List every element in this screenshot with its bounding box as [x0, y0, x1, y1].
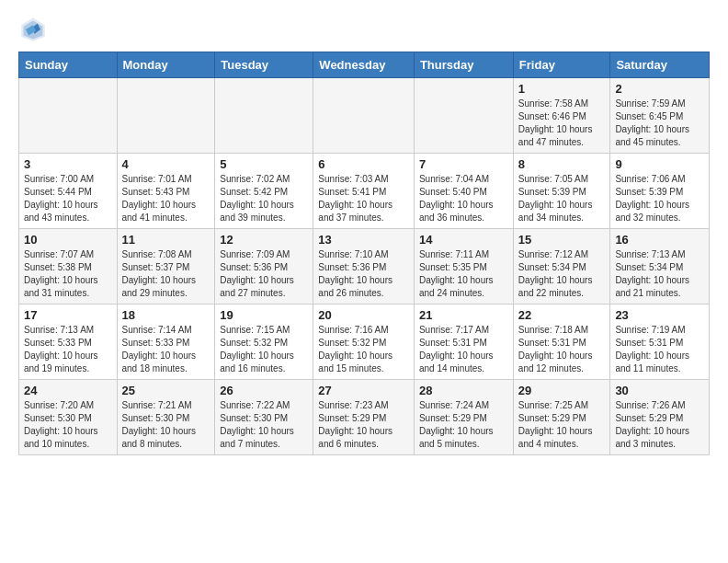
day-cell: 6 Sunrise: 7:03 AM Sunset: 5:41 PM Dayli… — [313, 154, 415, 229]
day-number: 4 — [122, 157, 210, 171]
day-info: Sunrise: 7:05 AM Sunset: 5:39 PM Dayligh… — [518, 173, 606, 224]
day-cell: 15 Sunrise: 7:12 AM Sunset: 5:34 PM Dayl… — [513, 229, 610, 304]
day-info: Sunrise: 7:08 AM Sunset: 5:37 PM Dayligh… — [122, 248, 210, 300]
day-info: Sunrise: 7:58 AM Sunset: 6:46 PM Dayligh… — [518, 98, 606, 149]
col-header-monday: Monday — [117, 52, 215, 78]
day-cell — [117, 78, 215, 154]
day-cell: 20 Sunrise: 7:16 AM Sunset: 5:32 PM Dayl… — [313, 304, 415, 380]
day-cell: 4 Sunrise: 7:01 AM Sunset: 5:43 PM Dayli… — [117, 154, 215, 229]
day-info: Sunrise: 7:24 AM Sunset: 5:29 PM Dayligh… — [419, 399, 508, 451]
day-cell: 28 Sunrise: 7:24 AM Sunset: 5:29 PM Dayl… — [414, 380, 513, 455]
day-cell: 23 Sunrise: 7:19 AM Sunset: 5:31 PM Dayl… — [610, 304, 710, 380]
day-info: Sunrise: 7:25 AM Sunset: 5:29 PM Dayligh… — [518, 399, 606, 451]
day-cell: 9 Sunrise: 7:06 AM Sunset: 5:39 PM Dayli… — [610, 154, 710, 229]
day-info: Sunrise: 7:04 AM Sunset: 5:40 PM Dayligh… — [419, 173, 508, 224]
page: SundayMondayTuesdayWednesdayThursdayFrid… — [0, 0, 728, 470]
day-number: 30 — [615, 384, 704, 397]
day-cell: 16 Sunrise: 7:13 AM Sunset: 5:34 PM Dayl… — [610, 229, 710, 304]
day-cell: 13 Sunrise: 7:10 AM Sunset: 5:36 PM Dayl… — [313, 229, 415, 304]
day-number: 14 — [419, 233, 508, 247]
logo — [18, 15, 51, 44]
day-number: 26 — [220, 384, 308, 397]
col-header-wednesday: Wednesday — [313, 52, 415, 78]
week-row-4: 17 Sunrise: 7:13 AM Sunset: 5:33 PM Dayl… — [19, 304, 710, 380]
header-row-days: SundayMondayTuesdayWednesdayThursdayFrid… — [19, 52, 710, 78]
day-cell: 2 Sunrise: 7:59 AM Sunset: 6:45 PM Dayli… — [610, 78, 710, 154]
day-info: Sunrise: 7:21 AM Sunset: 5:30 PM Dayligh… — [122, 399, 210, 451]
day-cell — [19, 78, 118, 154]
day-cell: 27 Sunrise: 7:23 AM Sunset: 5:29 PM Dayl… — [313, 380, 415, 455]
day-cell: 26 Sunrise: 7:22 AM Sunset: 5:30 PM Dayl… — [215, 380, 313, 455]
day-number: 22 — [518, 308, 606, 322]
week-row-2: 3 Sunrise: 7:00 AM Sunset: 5:44 PM Dayli… — [19, 154, 710, 229]
day-number: 21 — [419, 308, 508, 322]
day-number: 11 — [122, 233, 210, 247]
col-header-saturday: Saturday — [610, 52, 710, 78]
day-cell: 25 Sunrise: 7:21 AM Sunset: 5:30 PM Dayl… — [117, 380, 215, 455]
day-number: 27 — [318, 384, 409, 397]
day-cell: 29 Sunrise: 7:25 AM Sunset: 5:29 PM Dayl… — [513, 380, 610, 455]
week-row-3: 10 Sunrise: 7:07 AM Sunset: 5:38 PM Dayl… — [19, 229, 710, 304]
day-info: Sunrise: 7:18 AM Sunset: 5:31 PM Dayligh… — [518, 324, 606, 375]
day-number: 25 — [122, 384, 210, 397]
day-cell — [215, 78, 313, 154]
day-number: 8 — [518, 157, 606, 171]
day-cell: 3 Sunrise: 7:00 AM Sunset: 5:44 PM Dayli… — [19, 154, 118, 229]
day-info: Sunrise: 7:19 AM Sunset: 5:31 PM Dayligh… — [615, 324, 704, 375]
day-number: 20 — [318, 308, 409, 322]
day-info: Sunrise: 7:17 AM Sunset: 5:31 PM Dayligh… — [419, 324, 508, 375]
day-info: Sunrise: 7:09 AM Sunset: 5:36 PM Dayligh… — [220, 248, 308, 300]
day-number: 29 — [518, 384, 606, 397]
day-cell: 1 Sunrise: 7:58 AM Sunset: 6:46 PM Dayli… — [513, 78, 610, 154]
day-number: 7 — [419, 157, 508, 171]
day-info: Sunrise: 7:07 AM Sunset: 5:38 PM Dayligh… — [24, 248, 112, 300]
col-header-tuesday: Tuesday — [215, 52, 313, 78]
day-info: Sunrise: 7:23 AM Sunset: 5:29 PM Dayligh… — [318, 399, 409, 451]
day-info: Sunrise: 7:11 AM Sunset: 5:35 PM Dayligh… — [419, 248, 508, 300]
week-row-5: 24 Sunrise: 7:20 AM Sunset: 5:30 PM Dayl… — [19, 380, 710, 455]
day-number: 23 — [615, 308, 704, 322]
day-number: 6 — [318, 157, 409, 171]
day-cell: 22 Sunrise: 7:18 AM Sunset: 5:31 PM Dayl… — [513, 304, 610, 380]
col-header-thursday: Thursday — [414, 52, 513, 78]
day-info: Sunrise: 7:10 AM Sunset: 5:36 PM Dayligh… — [318, 248, 409, 300]
day-number: 10 — [24, 233, 112, 247]
day-number: 19 — [220, 308, 308, 322]
day-cell: 8 Sunrise: 7:05 AM Sunset: 5:39 PM Dayli… — [513, 154, 610, 229]
day-number: 15 — [518, 233, 606, 247]
day-info: Sunrise: 7:13 AM Sunset: 5:34 PM Dayligh… — [615, 248, 704, 300]
day-number: 12 — [220, 233, 308, 247]
day-number: 1 — [518, 82, 606, 96]
col-header-sunday: Sunday — [19, 52, 118, 78]
calendar-table: SundayMondayTuesdayWednesdayThursdayFrid… — [18, 52, 710, 455]
day-info: Sunrise: 7:20 AM Sunset: 5:30 PM Dayligh… — [24, 399, 112, 451]
logo-icon — [18, 15, 48, 44]
day-number: 16 — [615, 233, 704, 247]
day-cell: 24 Sunrise: 7:20 AM Sunset: 5:30 PM Dayl… — [19, 380, 118, 455]
day-number: 13 — [318, 233, 409, 247]
day-number: 9 — [615, 157, 704, 171]
day-cell: 19 Sunrise: 7:15 AM Sunset: 5:32 PM Dayl… — [215, 304, 313, 380]
day-number: 2 — [615, 82, 704, 96]
week-row-1: 1 Sunrise: 7:58 AM Sunset: 6:46 PM Dayli… — [19, 78, 710, 154]
day-cell: 14 Sunrise: 7:11 AM Sunset: 5:35 PM Dayl… — [414, 229, 513, 304]
day-cell: 17 Sunrise: 7:13 AM Sunset: 5:33 PM Dayl… — [19, 304, 118, 380]
day-cell — [313, 78, 415, 154]
day-number: 5 — [220, 157, 308, 171]
day-info: Sunrise: 7:00 AM Sunset: 5:44 PM Dayligh… — [24, 173, 112, 224]
day-cell: 10 Sunrise: 7:07 AM Sunset: 5:38 PM Dayl… — [19, 229, 118, 304]
day-info: Sunrise: 7:01 AM Sunset: 5:43 PM Dayligh… — [122, 173, 210, 224]
header-row — [18, 15, 710, 44]
day-info: Sunrise: 7:15 AM Sunset: 5:32 PM Dayligh… — [220, 324, 308, 375]
day-cell — [414, 78, 513, 154]
day-number: 28 — [419, 384, 508, 397]
day-info: Sunrise: 7:26 AM Sunset: 5:29 PM Dayligh… — [615, 399, 704, 451]
day-number: 17 — [24, 308, 112, 322]
day-number: 24 — [24, 384, 112, 397]
day-cell: 21 Sunrise: 7:17 AM Sunset: 5:31 PM Dayl… — [414, 304, 513, 380]
day-cell: 18 Sunrise: 7:14 AM Sunset: 5:33 PM Dayl… — [117, 304, 215, 380]
day-info: Sunrise: 7:16 AM Sunset: 5:32 PM Dayligh… — [318, 324, 409, 375]
col-header-friday: Friday — [513, 52, 610, 78]
day-cell: 5 Sunrise: 7:02 AM Sunset: 5:42 PM Dayli… — [215, 154, 313, 229]
day-info: Sunrise: 7:02 AM Sunset: 5:42 PM Dayligh… — [220, 173, 308, 224]
